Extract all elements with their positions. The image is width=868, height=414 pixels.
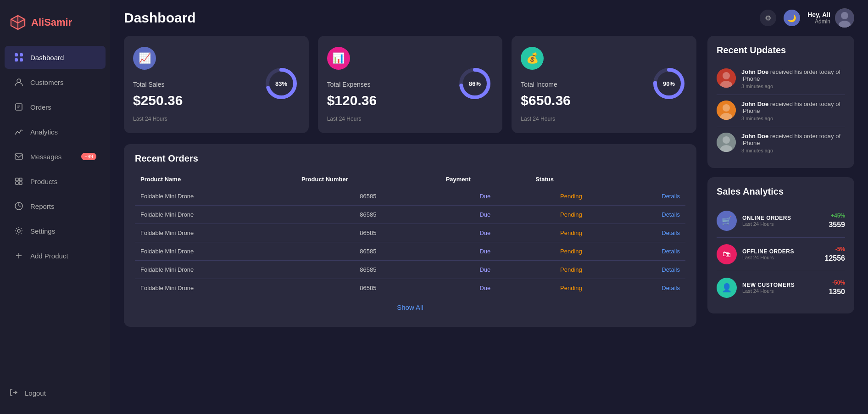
recent-updates: Recent Updates John Doe received his ord… — [707, 36, 854, 168]
td-product-name: Foldable Mini Drone — [135, 242, 296, 261]
logout-icon — [9, 388, 18, 398]
sidebar-item-orders[interactable]: Orders — [5, 95, 106, 118]
td-product-name: Foldable Mini Drone — [135, 224, 296, 242]
svg-rect-12 — [19, 178, 22, 181]
sidebar-label-dashboard: Dashboard — [30, 54, 64, 62]
table-row: Foldable Mini Drone 86585 Due Pending De… — [135, 242, 685, 261]
theme-toggle-button[interactable]: 🌙 — [784, 10, 800, 26]
analytics-right: -5% 12556 — [825, 246, 846, 263]
analytics-info: NEW CUSTOMERS Last 24 Hours — [742, 282, 823, 294]
analytics-item: 👤 NEW CUSTOMERS Last 24 Hours -50% 1350 — [717, 271, 845, 304]
td-product-name: Foldable Mini Drone — [135, 261, 296, 279]
analytics-list: 🛒 ONLINE ORDERS Last 24 Hours +45% 3559 … — [717, 204, 845, 304]
analytics-label: OFFLINE ORDERS — [742, 248, 819, 255]
td-payment: Due — [440, 242, 530, 261]
sidebar-item-settings[interactable]: Settings — [5, 219, 106, 242]
table-row: Foldable Mini Drone 86585 Due Pending De… — [135, 224, 685, 242]
sidebar-item-dashboard[interactable]: Dashboard — [5, 46, 106, 69]
analytics-label: NEW CUSTOMERS — [742, 282, 823, 288]
sidebar-item-messages[interactable]: Messages +99 — [5, 145, 106, 168]
add-icon — [14, 251, 24, 261]
analytics-change: -5% — [835, 246, 845, 252]
svg-text:83%: 83% — [275, 80, 287, 87]
svg-point-38 — [723, 104, 730, 112]
td-status: Pending — [530, 224, 612, 242]
sidebar-label-add-product: Add Product — [30, 252, 68, 260]
analytics-period: Last 24 Hours — [742, 221, 823, 227]
analytics-info: OFFLINE ORDERS Last 24 Hours — [742, 248, 819, 260]
sidebar: AliSamir Dashboard Customers Orders Anal… — [0, 0, 110, 414]
td-status: Pending — [530, 279, 612, 297]
sales-period: Last 24 Hours — [133, 116, 300, 122]
td-product-number: 86585 — [296, 261, 440, 279]
logout-button[interactable]: Logout — [0, 381, 110, 405]
svg-rect-10 — [15, 154, 22, 159]
td-product-number: 86585 — [296, 224, 440, 242]
sales-donut: 83% — [263, 65, 300, 104]
sidebar-item-add-product[interactable]: Add Product — [5, 244, 106, 267]
settings-icon — [14, 226, 24, 236]
analytics-change: -50% — [832, 280, 845, 286]
td-payment: Due — [440, 261, 530, 279]
table-row: Foldable Mini Drone 86585 Due Pending De… — [135, 206, 685, 224]
details-link[interactable]: Details — [612, 261, 685, 279]
sidebar-label-settings: Settings — [30, 227, 55, 235]
col-product-name: Product Name — [135, 171, 296, 187]
analytics-right: -50% 1350 — [829, 280, 845, 296]
col-product-number: Product Number — [296, 171, 440, 187]
sidebar-label-analytics: Analytics — [30, 128, 58, 136]
moon-icon: 🌙 — [787, 14, 796, 22]
analytics-count: 12556 — [825, 254, 846, 263]
td-product-number: 86585 — [296, 187, 440, 206]
sidebar-label-orders: Orders — [30, 103, 51, 111]
sidebar-label-reports: Reports — [30, 202, 55, 210]
svg-rect-7 — [16, 104, 22, 110]
sidebar-item-products[interactable]: Products — [5, 170, 106, 193]
details-link[interactable]: Details — [612, 224, 685, 242]
sidebar-label-customers: Customers — [30, 78, 64, 86]
content-area: 📈 Total Sales $250.36 Last 24 Hours 83% — [110, 36, 868, 414]
main-content: Dashboard ⚙ 🌙 Hey, Ali Admin — [110, 0, 868, 414]
sidebar-item-reports[interactable]: Reports — [5, 195, 106, 218]
details-link[interactable]: Details — [612, 242, 685, 261]
update-name: John Doe — [741, 101, 768, 107]
svg-point-35 — [723, 72, 730, 79]
sales-icon: 📈 — [133, 47, 156, 70]
svg-text:90%: 90% — [663, 80, 675, 87]
update-name: John Doe — [741, 133, 768, 140]
sidebar-item-customers[interactable]: Customers — [5, 71, 106, 94]
details-link[interactable]: Details — [612, 206, 685, 224]
orders-icon — [14, 102, 24, 112]
analytics-right: +45% 3559 — [829, 213, 845, 229]
col-payment: Payment — [440, 171, 530, 187]
analytics-icon — [14, 127, 24, 137]
svg-rect-14 — [19, 182, 22, 185]
analytics-change: +45% — [831, 213, 845, 219]
table-row: Foldable Mini Drone 86585 Due Pending De… — [135, 279, 685, 297]
details-link[interactable]: Details — [612, 187, 685, 206]
svg-rect-3 — [20, 53, 23, 56]
logo: AliSamir — [0, 9, 110, 45]
stat-card-expenses: 📊 Total Expenses $120.36 Last 24 Hours 8… — [318, 36, 503, 133]
messages-badge: +99 — [81, 153, 96, 160]
header-right: ⚙ 🌙 Hey, Ali Admin — [760, 8, 854, 28]
svg-point-23 — [841, 12, 848, 19]
show-all-button[interactable]: Show All — [135, 297, 685, 318]
analytics-title: Sales Analytics — [717, 186, 845, 197]
analytics-period: Last 24 Hours — [742, 288, 823, 294]
sidebar-item-analytics[interactable]: Analytics — [5, 120, 106, 143]
stat-card-income: 💰 Total Income $650.36 Last 24 Hours 90% — [512, 36, 696, 133]
greeting: Hey, Ali — [807, 11, 830, 18]
details-link[interactable]: Details — [612, 279, 685, 297]
username: Ali — [822, 11, 830, 18]
analytics-label: ONLINE ORDERS — [742, 215, 823, 221]
orders-section: Recent Orders Product Name Product Numbe… — [124, 144, 696, 327]
td-status: Pending — [530, 206, 612, 224]
stat-card-sales: 📈 Total Sales $250.36 Last 24 Hours 83% — [124, 36, 309, 133]
svg-rect-11 — [16, 178, 18, 181]
analytics-icon-2: 👤 — [717, 278, 737, 298]
analytics-item: 🛍 OFFLINE ORDERS Last 24 Hours -5% 12556 — [717, 238, 845, 271]
income-icon: 💰 — [521, 47, 544, 70]
td-status: Pending — [530, 261, 612, 279]
settings-button[interactable]: ⚙ — [760, 10, 776, 26]
